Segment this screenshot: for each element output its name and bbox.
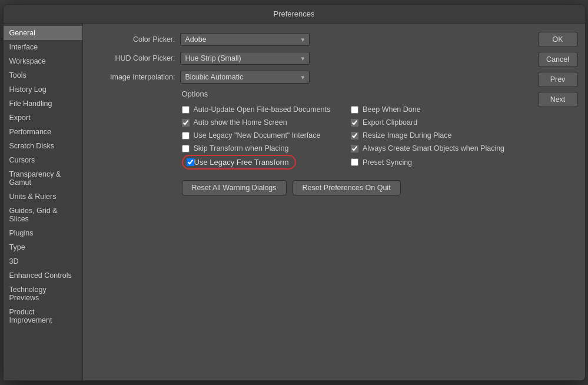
image-interpolation-select[interactable]: Bicubic AutomaticNearest NeighborBilinea… [180,71,310,84]
checkbox-label-auto-show-home[interactable]: Auto show the Home Screen [194,118,287,127]
hud-color-picker-select[interactable]: Hue Strip (Small)Hue Strip (Medium)Hue S… [180,52,310,65]
title-text: Preferences [273,9,314,18]
checkbox-row-preset-syncing: Preset Syncing [351,155,520,170]
checkbox-row-resize-image-during-place: Resize Image During Place [351,129,520,142]
color-picker-select[interactable]: AdobeWindowsmacOS [180,33,310,46]
sidebar-item-performance[interactable]: Performance [4,125,82,139]
reset-warning-button[interactable]: Reset All Warning Dialogs [182,180,287,195]
image-interpolation-label: Image Interpolation: [95,73,180,81]
checkbox-label-use-legacy-new-doc[interactable]: Use Legacy "New Document" Interface [194,131,321,140]
checkbox-label-export-clipboard[interactable]: Export Clipboard [363,118,417,127]
sidebar-item-enhanced-controls[interactable]: Enhanced Controls [4,268,82,283]
sidebar-item-scratch-disks[interactable]: Scratch Disks [4,139,82,153]
highlighted-option: Use Legacy Free Transform [182,155,296,170]
dialog-title: Preferences [4,5,585,24]
checkbox-always-create-smart-objects[interactable] [351,145,358,152]
checkbox-use-legacy-new-doc[interactable] [182,132,190,140]
prev-button[interactable]: Prev [538,72,578,87]
sidebar-item-general[interactable]: General [4,26,82,40]
checkbox-label-beep-when-done[interactable]: Beep When Done [363,105,421,114]
dialog-body: GeneralInterfaceWorkspaceToolsHistory Lo… [4,24,585,380]
sidebar-item-product-improvement[interactable]: Product Improvement [4,305,82,327]
sidebar: GeneralInterfaceWorkspaceToolsHistory Lo… [4,24,83,380]
sidebar-item-plugins[interactable]: Plugins [4,226,82,240]
sidebar-item-transparency-gamut[interactable]: Transparency & Gamut [4,167,82,190]
sidebar-item-cursors[interactable]: Cursors [4,153,82,167]
sidebar-item-workspace[interactable]: Workspace [4,54,82,68]
hud-color-picker-row: HUD Color Picker: Hue Strip (Small)Hue S… [95,52,520,65]
checkbox-use-legacy-free-transform[interactable] [187,158,194,166]
main-content: Color Picker: AdobeWindowsmacOS ▼ HUD Co… [83,24,532,380]
ok-button[interactable]: OK [538,32,578,47]
buttons-row: Reset All Warning Dialogs Reset Preferen… [182,180,520,195]
sidebar-item-tools[interactable]: Tools [4,68,82,82]
checkbox-row-skip-transform: Skip Transform when Placing [182,142,351,155]
checkbox-export-clipboard[interactable] [351,119,358,127]
sidebar-item-file-handling[interactable]: File Handling [4,97,82,111]
options-grid: Auto-Update Open File-based DocumentsBee… [182,103,520,170]
preferences-dialog: Preferences GeneralInterfaceWorkspaceToo… [3,4,586,381]
checkbox-auto-show-home[interactable] [182,119,190,127]
checkbox-row-auto-update: Auto-Update Open File-based Documents [182,103,351,116]
checkbox-label-use-legacy-free-transform[interactable]: Use Legacy Free Transform [194,158,289,167]
checkbox-skip-transform[interactable] [182,145,190,152]
checkbox-label-always-create-smart-objects[interactable]: Always Create Smart Objects when Placing [363,144,504,152]
checkbox-auto-update[interactable] [182,106,190,114]
sidebar-item-3d[interactable]: 3D [4,254,82,268]
sidebar-item-type[interactable]: Type [4,240,82,254]
image-interpolation-select-wrapper: Bicubic AutomaticNearest NeighborBilinea… [180,71,310,84]
checkbox-row-always-create-smart-objects: Always Create Smart Objects when Placing [351,142,520,155]
checkbox-label-auto-update[interactable]: Auto-Update Open File-based Documents [194,105,331,114]
checkbox-label-preset-syncing[interactable]: Preset Syncing [363,158,412,167]
sidebar-item-units-rulers[interactable]: Units & Rulers [4,190,82,204]
sidebar-item-technology-previews[interactable]: Technology Previews [4,283,82,305]
sidebar-item-guides-grid-slices[interactable]: Guides, Grid & Slices [4,204,82,226]
checkbox-resize-image-during-place[interactable] [351,132,358,140]
color-picker-row: Color Picker: AdobeWindowsmacOS ▼ [95,33,520,46]
color-picker-select-wrapper: AdobeWindowsmacOS ▼ [180,33,310,46]
sidebar-item-interface[interactable]: Interface [4,40,82,54]
sidebar-item-history-log[interactable]: History Log [4,82,82,97]
cancel-button[interactable]: Cancel [538,52,578,67]
color-picker-label: Color Picker: [95,35,180,44]
hud-color-picker-label: HUD Color Picker: [95,54,180,62]
checkbox-preset-syncing[interactable] [351,158,358,166]
checkbox-label-resize-image-during-place[interactable]: Resize Image During Place [363,131,451,140]
checkbox-label-skip-transform[interactable]: Skip Transform when Placing [194,144,289,152]
checkbox-row-export-clipboard: Export Clipboard [351,116,520,129]
options-header: Options [182,89,520,98]
next-button[interactable]: Next [538,92,578,107]
reset-prefs-button[interactable]: Reset Preferences On Quit [293,180,401,195]
image-interpolation-row: Image Interpolation: Bicubic AutomaticNe… [95,71,520,84]
checkbox-row-auto-show-home: Auto show the Home Screen [182,116,351,129]
checkbox-beep-when-done[interactable] [351,106,358,114]
action-buttons-panel: OK Cancel Prev Next [532,24,585,380]
checkbox-row-beep-when-done: Beep When Done [351,103,520,116]
sidebar-item-export[interactable]: Export [4,111,82,125]
hud-color-picker-select-wrapper: Hue Strip (Small)Hue Strip (Medium)Hue S… [180,52,310,65]
checkbox-row-use-legacy-new-doc: Use Legacy "New Document" Interface [182,129,351,142]
